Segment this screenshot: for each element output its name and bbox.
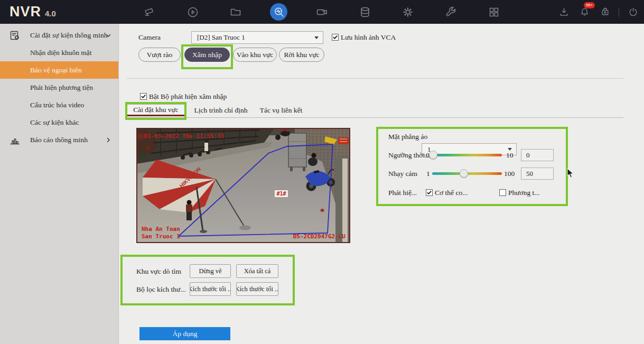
tab-arming-schedule[interactable]: Lịch trình chỉ định	[191, 104, 250, 116]
sidebar-item-label: Báo cáo thông minh	[30, 136, 88, 144]
event-type-region-exiting[interactable]: Rời khu vực	[279, 48, 324, 62]
camera-scene: HIKVISION #1#	[137, 129, 349, 242]
person-standing	[186, 200, 192, 221]
sensitivity-slider-handle[interactable]	[460, 169, 468, 178]
enable-intrusion-label: Bật Bộ phát hiện xâm nhập	[149, 92, 227, 101]
event-type-intrusion[interactable]: Xâm nhập	[184, 48, 230, 62]
logo-version: 4.0	[45, 9, 56, 18]
storage-icon[interactable]	[352, 0, 378, 24]
event-type-line-crossing[interactable]: Vượt rào	[138, 48, 181, 62]
camera-select[interactable]: [D2] San Truoc 1	[191, 31, 323, 44]
time-threshold-slider-track[interactable]	[433, 154, 502, 156]
save-vca-label: Lưu hình ảnh VCA	[341, 33, 396, 42]
video-clip-icon[interactable]	[309, 0, 335, 24]
chevron-down-icon	[508, 148, 512, 151]
sensitivity-label: Nhạy cảm	[388, 170, 417, 178]
sidebar-item-vehicle-detection[interactable]: Phát hiện phương tiện	[0, 79, 118, 96]
sensitivity-min: 1	[426, 170, 430, 178]
sidebar-item-label: Các sự kiện khác	[30, 118, 79, 127]
sidebar-item-video-structuring[interactable]: Cấu trúc hóa video	[0, 96, 118, 114]
time-threshold-max: 10	[506, 151, 514, 160]
bell-icon[interactable]: 96+	[577, 0, 591, 24]
sidebar-item-label: Phát hiện phương tiện	[30, 83, 93, 92]
time-threshold-slider-handle[interactable]	[429, 151, 437, 159]
smart-event-icon	[8, 29, 21, 42]
download-icon[interactable]	[557, 0, 571, 24]
video-preview[interactable]: HIKVISION #1#	[136, 128, 350, 243]
app-logo: NVR 4.0	[10, 0, 56, 24]
utility-divider	[619, 7, 619, 17]
stop-drawing-button[interactable]: Dừng vẽ	[190, 264, 231, 278]
osd-camera-name-2: San Truoc 1	[142, 233, 180, 240]
vehicle-label: Phương t...	[508, 189, 539, 197]
vehicle-checkbox[interactable]	[499, 189, 506, 196]
file-manager-icon[interactable]	[222, 0, 249, 24]
human-body-label: Cơ thể co...	[435, 189, 468, 197]
time-threshold-label: Ngưỡng thời...	[388, 151, 430, 160]
tab-underline	[127, 117, 623, 118]
sidebar-item-label: Bảo vệ ngoại biên	[30, 66, 82, 75]
playback-icon[interactable]	[180, 0, 206, 24]
chevron-down-icon	[314, 36, 319, 39]
osd-timestamp: 03-03-2022 Thu 11:55:33	[144, 133, 224, 140]
chevron-right-icon	[105, 136, 112, 144]
sidebar-item-smart-report[interactable]: Báo cáo thông minh	[0, 131, 118, 148]
settings-gear-icon[interactable]	[395, 0, 421, 24]
logo-text: NVR	[10, 4, 41, 20]
main-nav	[136, 0, 507, 24]
osd-camera-name-1: Nha An Toan	[142, 226, 180, 233]
min-size-button[interactable]: Kích thước tối ...	[236, 282, 278, 296]
report-chart-icon	[8, 134, 21, 146]
mouse-cursor	[567, 168, 574, 179]
sensitivity-max: 100	[504, 170, 515, 178]
top-bar: NVR 4.0	[0, 0, 644, 24]
chevron-down-icon	[105, 32, 112, 39]
time-threshold-input[interactable]	[521, 149, 554, 161]
event-type-region-entrance[interactable]: Vào khu vực	[233, 48, 277, 62]
enable-intrusion-checkbox[interactable]	[140, 93, 147, 100]
detection-area-label: Khu vực dò tìm	[136, 267, 181, 276]
camera-label: Camera	[138, 33, 161, 42]
alarm-host-icon[interactable]	[598, 0, 612, 24]
sidebar-item-label: Cài đặt sự kiện thông minh	[30, 31, 107, 40]
sidebar-item-other-events[interactable]: Các sự kiện khác	[0, 114, 118, 131]
clear-all-button[interactable]: Xóa tất cả	[236, 264, 278, 278]
sensitivity-input[interactable]	[521, 168, 554, 180]
sidebar: Cài đặt sự kiện thông minh Nhận diện khu…	[0, 24, 119, 344]
human-body-checkbox[interactable]	[426, 189, 433, 196]
maintenance-wrench-icon[interactable]	[438, 0, 464, 24]
region-tag-text: #1#	[276, 191, 286, 197]
tab-linkage-action[interactable]: Tác vụ liên kết	[257, 104, 305, 116]
sidebar-item-perimeter-protection[interactable]: Bảo vệ ngoại biên	[0, 61, 118, 79]
power-icon[interactable]	[626, 0, 640, 24]
section-divider	[127, 78, 623, 79]
apply-button[interactable]: Áp dụng	[139, 327, 230, 340]
tab-area-settings[interactable]: Cài đặt khu vực	[127, 104, 185, 116]
live-view-icon[interactable]	[136, 0, 163, 24]
detection-target-label: Phát hiệ...	[388, 189, 417, 197]
notification-badge: 96+	[584, 2, 595, 8]
sidebar-item-face-recognition[interactable]: Nhận diện khuôn mặt	[0, 44, 118, 61]
sidebar-item-label: Cấu trúc hóa video	[30, 101, 84, 109]
region-tag: #1#	[275, 190, 288, 197]
utility-nav: 96+	[557, 0, 640, 24]
annotation-region-tools	[120, 255, 295, 305]
save-vca-checkbox[interactable]	[332, 34, 339, 41]
size-filter-label: Bộ lọc kích thư...	[136, 285, 186, 294]
virtual-plane-label: Mặt phẳng ảo	[388, 133, 427, 141]
sidebar-item-smart-event-settings[interactable]: Cài đặt sự kiện thông minh	[0, 26, 118, 44]
sidebar-item-label: Nhận diện khuôn mặt	[30, 49, 92, 57]
smart-analysis-icon[interactable]	[266, 0, 292, 24]
max-size-button[interactable]: Kích thước tối ...	[190, 282, 231, 296]
osd-device-model: DS-2CD2047G2-LU	[293, 233, 346, 240]
layout-grid-icon[interactable]	[481, 0, 507, 24]
camera-select-value: [D2] San Truoc 1	[197, 33, 245, 42]
